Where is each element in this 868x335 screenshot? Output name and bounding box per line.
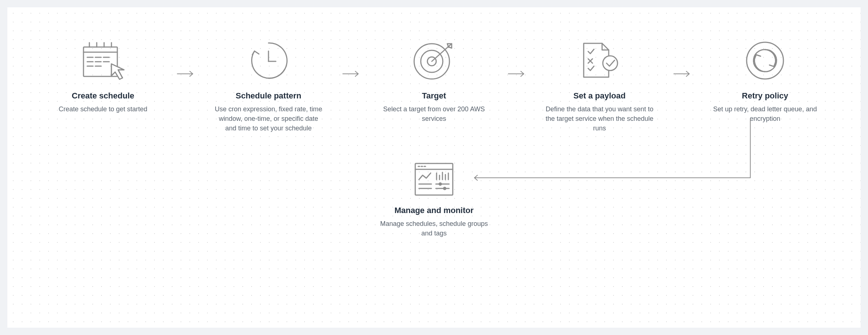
arrow-icon — [340, 54, 362, 94]
diagram-canvas: Create schedule Create schedule to get s… — [7, 7, 861, 328]
step-title: Target — [422, 91, 446, 101]
arrow-icon — [671, 54, 693, 94]
step-create-schedule: Create schedule Create schedule to get s… — [44, 40, 162, 114]
step-desc: Create schedule to get started — [58, 104, 147, 114]
svg-point-28 — [747, 42, 783, 79]
svg-point-26 — [603, 56, 618, 71]
target-arrow-icon — [412, 40, 456, 81]
step-desc: Set up retry, dead letter queue, and enc… — [710, 104, 820, 123]
arrow-icon — [506, 54, 528, 94]
step-title: Create schedule — [72, 91, 134, 101]
dashboard-icon — [414, 161, 454, 198]
step-title: Manage and monitor — [394, 206, 473, 215]
svg-point-42 — [439, 183, 441, 185]
clock-cycle-icon — [249, 40, 288, 81]
step-retry-policy: Retry policy Set up retry, dead letter q… — [706, 40, 824, 123]
step-desc: Define the data that you want sent to th… — [544, 104, 655, 133]
step-schedule-pattern: Schedule pattern Use cron expression, fi… — [210, 40, 327, 133]
svg-rect-29 — [415, 163, 453, 195]
step-desc: Select a target from over 200 AWS servic… — [379, 104, 489, 123]
refresh-cycle-icon — [745, 40, 785, 81]
document-check-icon — [579, 40, 620, 81]
svg-point-44 — [444, 187, 446, 190]
step-title: Retry policy — [742, 91, 788, 101]
arrow-icon — [175, 54, 197, 94]
diagram-row-1: Create schedule Create schedule to get s… — [44, 40, 824, 133]
step-manage-monitor: Manage and monitor Manage schedules, sch… — [375, 161, 493, 238]
step-title: Set a payload — [573, 91, 626, 101]
step-target: Target Select a target from over 200 AWS… — [375, 40, 493, 123]
step-title: Schedule pattern — [236, 91, 301, 101]
step-desc: Manage schedules, schedule groups and ta… — [379, 219, 489, 238]
step-set-payload: Set a payload Define the data that you w… — [541, 40, 658, 133]
calendar-cursor-icon — [81, 40, 125, 81]
step-desc: Use cron expression, fixed rate, time wi… — [213, 104, 324, 133]
